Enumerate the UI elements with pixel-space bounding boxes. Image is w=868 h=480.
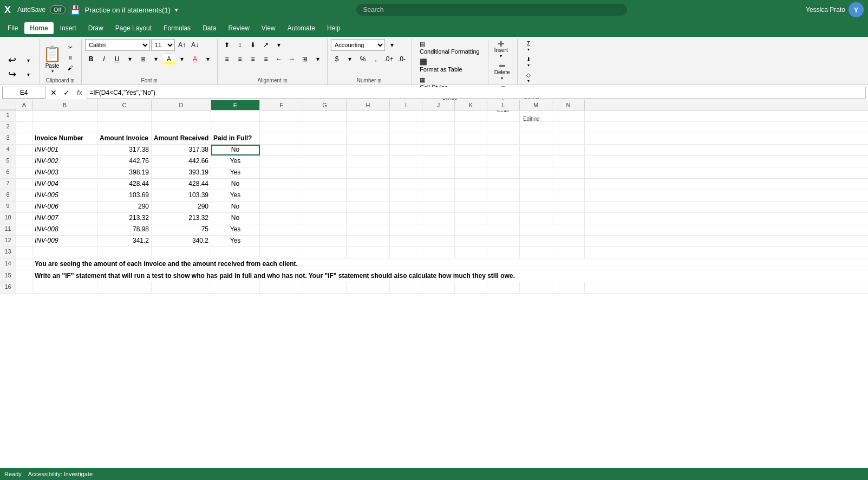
cell-m6[interactable] (520, 167, 552, 178)
col-header-n[interactable]: N (552, 100, 585, 110)
cell-m5[interactable] (520, 156, 552, 167)
cell-c7[interactable]: 428.44 (97, 179, 152, 190)
cell-i10[interactable] (390, 213, 422, 224)
format-as-table-button[interactable]: ⬛ Format as Table (415, 57, 467, 74)
cell-a3[interactable] (16, 133, 32, 144)
cell-m10[interactable] (520, 213, 552, 224)
cell-f5[interactable] (260, 156, 303, 167)
bold-button[interactable]: B (85, 53, 97, 65)
cell-d9[interactable]: 290 (152, 202, 211, 212)
cell-f7[interactable] (260, 179, 303, 190)
cell-f1[interactable] (260, 111, 303, 121)
cell-i8[interactable] (390, 190, 422, 201)
cell-b6[interactable]: INV-003 (32, 167, 97, 178)
cell-h12[interactable] (347, 236, 390, 247)
cell-f6[interactable] (260, 167, 303, 178)
cell-h4[interactable] (347, 145, 390, 155)
menu-item-automate[interactable]: Automate (282, 22, 321, 34)
format-painter-button[interactable]: 🖌 (63, 63, 78, 73)
cell-h11[interactable] (347, 224, 390, 235)
font-color-button[interactable]: A (189, 53, 201, 65)
cell-l10[interactable] (487, 213, 520, 224)
cell-i1[interactable] (390, 111, 422, 121)
cell-j8[interactable] (422, 190, 455, 201)
col-header-k[interactable]: K (455, 100, 487, 110)
col-header-j[interactable]: J (422, 100, 455, 110)
cell-e12[interactable]: Yes (211, 236, 260, 247)
cell-e7[interactable]: No (211, 179, 260, 190)
paste-area[interactable]: 📋 Paste ▾ (43, 45, 62, 75)
col-header-c[interactable]: C (97, 100, 152, 110)
cell-e16[interactable] (211, 282, 260, 293)
align-top-button[interactable]: ⬆ (221, 39, 233, 51)
align-right-button[interactable]: ≡ (260, 53, 272, 65)
cell-e11[interactable]: Yes (211, 224, 260, 235)
increase-indent-button[interactable]: → (286, 53, 298, 65)
cell-i13[interactable] (390, 247, 422, 258)
cell-g4[interactable] (303, 145, 347, 155)
cell-b12[interactable]: INV-009 (32, 236, 97, 247)
confirm-formula-button[interactable]: ✓ (61, 87, 73, 99)
borders-dropdown[interactable]: ▾ (150, 53, 162, 65)
conditional-formatting-button[interactable]: ▤ Conditional Formatting (415, 39, 485, 56)
cell-a7[interactable] (16, 179, 32, 190)
cell-c4[interactable]: 317.38 (97, 145, 152, 155)
menu-item-home[interactable]: Home (24, 22, 53, 34)
cell-g9[interactable] (303, 202, 347, 212)
number-format-dropdown[interactable]: ▾ (386, 39, 398, 51)
cell-i6[interactable] (390, 167, 422, 178)
menu-item-data[interactable]: Data (197, 22, 221, 34)
menu-item-draw[interactable]: Draw (83, 22, 109, 34)
cell-j16[interactable] (422, 282, 455, 293)
cancel-formula-button[interactable]: ✕ (48, 87, 60, 99)
cell-c3[interactable]: Amount Invoice (97, 133, 152, 144)
fill-dropdown[interactable]: ▾ (176, 53, 188, 65)
cell-f3[interactable] (260, 133, 303, 144)
cell-j3[interactable] (422, 133, 455, 144)
decrease-font-button[interactable]: A↓ (189, 39, 201, 51)
orientation-button[interactable]: ↗ (260, 39, 272, 51)
cell-i2[interactable] (390, 122, 422, 133)
cell-f9[interactable] (260, 202, 303, 212)
redo-button[interactable]: ↪ (4, 68, 19, 81)
cell-g1[interactable] (303, 111, 347, 121)
cell-d8[interactable]: 103.39 (152, 190, 211, 201)
cell-n13[interactable] (552, 247, 585, 258)
cell-g13[interactable] (303, 247, 347, 258)
cell-f2[interactable] (260, 122, 303, 133)
comma-button[interactable]: , (370, 53, 382, 65)
font-size-select[interactable]: 11 (151, 39, 175, 51)
fill-down-button[interactable]: ⬇ ▾ (521, 55, 536, 69)
cell-b3[interactable]: Invoice Number (32, 133, 97, 144)
cell-n12[interactable] (552, 236, 585, 247)
cell-a5[interactable] (16, 156, 32, 167)
cell-h7[interactable] (347, 179, 390, 190)
cell-k10[interactable] (455, 213, 487, 224)
col-header-a[interactable]: A (16, 100, 32, 110)
cell-n16[interactable] (552, 282, 585, 293)
cell-h10[interactable] (347, 213, 390, 224)
cell-e6[interactable]: Yes (211, 167, 260, 178)
clipboard-expand-icon[interactable]: ⊞ (70, 78, 75, 83)
cell-n2[interactable] (552, 122, 585, 133)
cell-n10[interactable] (552, 213, 585, 224)
cell-j5[interactable] (422, 156, 455, 167)
cell-f8[interactable] (260, 190, 303, 201)
copy-button[interactable]: ⎘ (63, 53, 78, 62)
cell-l3[interactable] (487, 133, 520, 144)
col-header-m[interactable]: M (520, 100, 552, 110)
cell-g8[interactable] (303, 190, 347, 201)
cell-k4[interactable] (455, 145, 487, 155)
cell-a10[interactable] (16, 213, 32, 224)
formula-input[interactable] (87, 87, 866, 99)
cell-l11[interactable] (487, 224, 520, 235)
cell-b8[interactable]: INV-005 (32, 190, 97, 201)
cell-f13[interactable] (260, 247, 303, 258)
underline-button[interactable]: U (111, 53, 123, 65)
menu-item-formulas[interactable]: Formulas (158, 22, 196, 34)
cell-e13[interactable] (211, 247, 260, 258)
status-accessibility[interactable]: Accessibility: Investigate (28, 471, 93, 476)
cell-e4[interactable]: No (211, 145, 260, 155)
cell-b11[interactable]: INV-008 (32, 224, 97, 235)
font-name-select[interactable]: Calibri (85, 39, 150, 51)
